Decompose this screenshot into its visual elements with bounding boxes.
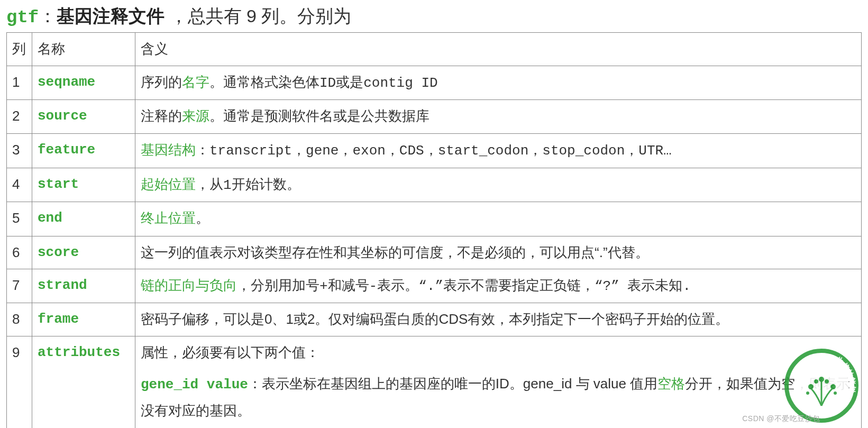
table-row: 8frame密码子偏移，可以是0、1或2。仅对编码蛋白质的CDS有效，本列指定下… bbox=[7, 303, 862, 336]
col-name: score bbox=[32, 236, 135, 269]
th-col: 列 bbox=[7, 33, 32, 66]
brand-logo: 生信技能树 bbox=[784, 349, 858, 423]
table-row: 7strand链的正向与负向，分别用加号+和减号-表示。“.”表示不需要指定正负… bbox=[7, 269, 862, 303]
col-meaning: 注释的来源。通常是预测软件名或是公共数据库 bbox=[135, 99, 862, 133]
title-bold: 基因注释文件 bbox=[57, 6, 165, 26]
col-meaning: 这一列的值表示对该类型存在性和其坐标的可信度，不是必须的，可以用点“.”代替。 bbox=[135, 236, 862, 269]
table-row: 2source注释的来源。通常是预测软件名或是公共数据库 bbox=[7, 99, 862, 133]
table-row: 9attributes属性，必须要有以下两个值：gene_id value：表示… bbox=[7, 336, 862, 428]
th-meaning: 含义 bbox=[135, 33, 862, 66]
col-index: 9 bbox=[7, 336, 32, 428]
title-rest: ，总共有 9 列。分别为 bbox=[165, 6, 351, 26]
svg-point-6 bbox=[814, 379, 818, 384]
table-row: 6score这一列的值表示对该类型存在性和其坐标的可信度，不是必须的，可以用点“… bbox=[7, 236, 862, 269]
table-row: 4start起始位置，从1开始计数。 bbox=[7, 168, 862, 202]
highlight: 起始位置 bbox=[141, 176, 196, 192]
table-row: 3feature基因结构：transcript，gene，exon，CDS，st… bbox=[7, 134, 862, 168]
col-index: 5 bbox=[7, 202, 32, 236]
svg-point-5 bbox=[819, 377, 824, 382]
col-meaning: 链的正向与负向，分别用加号+和减号-表示。“.”表示不需要指定正负链，“?” 表… bbox=[135, 269, 862, 303]
col-meaning: 基因结构：transcript，gene，exon，CDS，start_codo… bbox=[135, 134, 862, 168]
col-name: start bbox=[32, 168, 135, 202]
attr-key: gene_id value bbox=[141, 377, 248, 393]
col-meaning: 起始位置，从1开始计数。 bbox=[135, 168, 862, 202]
gtf-columns-table: 列 名称 含义 1seqname序列的名字。通常格式染色体ID或是contig … bbox=[6, 32, 862, 428]
highlight: 来源 bbox=[182, 108, 209, 124]
col-meaning: 序列的名字。通常格式染色体ID或是contig ID bbox=[135, 66, 862, 99]
highlight: 链的正向与负向 bbox=[141, 277, 237, 293]
col-name: strand bbox=[32, 269, 135, 303]
highlight: 基因结构 bbox=[141, 142, 196, 158]
table-row: 5end终止位置。 bbox=[7, 202, 862, 236]
col-name: frame bbox=[32, 303, 135, 336]
col-name: feature bbox=[32, 134, 135, 168]
col-name: seqname bbox=[32, 66, 135, 99]
svg-point-8 bbox=[806, 391, 809, 395]
highlight: 终止位置 bbox=[141, 210, 196, 226]
table-header-row: 列 名称 含义 bbox=[7, 33, 862, 66]
highlight: 名字 bbox=[182, 74, 209, 90]
th-name: 名称 bbox=[32, 33, 135, 66]
col-index: 6 bbox=[7, 236, 32, 269]
svg-point-3 bbox=[808, 384, 814, 389]
col-index: 4 bbox=[7, 168, 32, 202]
col-index: 7 bbox=[7, 269, 32, 303]
col-meaning: 终止位置。 bbox=[135, 202, 862, 236]
col-name: attributes bbox=[32, 336, 135, 428]
watermark: CSDN @不爱吃豆沙包 bbox=[742, 414, 820, 424]
col-name: source bbox=[32, 99, 135, 133]
col-index: 3 bbox=[7, 134, 32, 168]
table-row: 1seqname序列的名字。通常格式染色体ID或是contig ID bbox=[7, 66, 862, 99]
col-index: 1 bbox=[7, 66, 32, 99]
svg-point-4 bbox=[830, 384, 836, 389]
svg-point-7 bbox=[825, 379, 829, 384]
highlight: 空格 bbox=[657, 376, 685, 391]
svg-point-9 bbox=[834, 391, 837, 395]
col-index: 8 bbox=[7, 303, 32, 336]
col-meaning: 密码子偏移，可以是0、1或2。仅对编码蛋白质的CDS有效，本列指定下一个密码子开… bbox=[135, 303, 862, 336]
page-title: gtf：基因注释文件 ，总共有 9 列。分别为 bbox=[6, 4, 862, 29]
col-name: end bbox=[32, 202, 135, 236]
title-prefix: gtf bbox=[6, 7, 39, 28]
col-index: 2 bbox=[7, 99, 32, 133]
